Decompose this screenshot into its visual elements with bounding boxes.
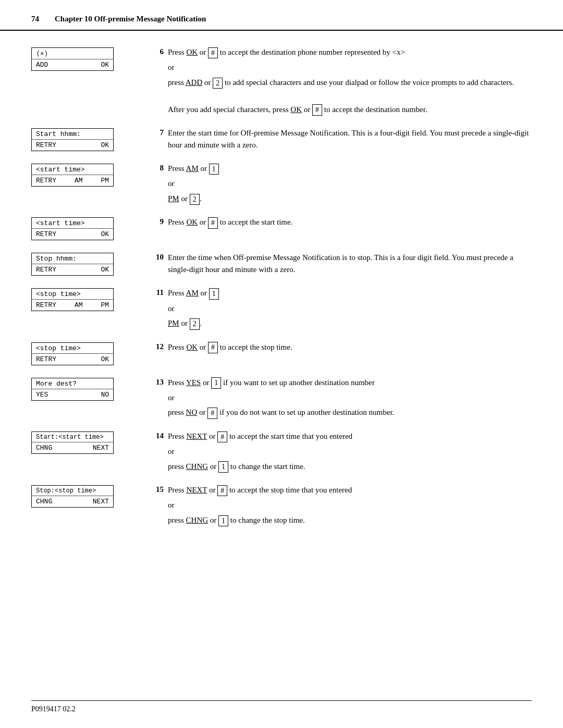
header-page-num: 74 [31, 15, 39, 23]
lcd-8-right: PM [101, 177, 109, 184]
step-14-number: 14 [146, 430, 168, 440]
step-12-row: <stop time> RETRY OK 12 Press OK or # to… [31, 341, 532, 365]
lcd-12-left: RETRY [36, 355, 56, 363]
step-6-number: 6 [146, 46, 168, 56]
step-7-number: 7 [146, 127, 168, 137]
lcd-7-right: OK [101, 141, 109, 149]
page: 74 Chapter 10 Off-premise Message Notifi… [0, 0, 563, 728]
step-6-lcd: ⟨×⟩ ADD OK [31, 46, 146, 71]
step-11-text: Press AM or 1 or PM or 2. [168, 287, 532, 329]
lcd-12-line1: <stop time> [36, 344, 81, 352]
step-12-lcd: <stop time> RETRY OK [31, 341, 146, 365]
step-13-text: Press YES or 1 if you want to set up ano… [168, 377, 532, 419]
lcd-13-left: YES [36, 391, 48, 399]
lcd-14-left: CHNG [36, 444, 52, 452]
lcd-10-right: OK [101, 266, 109, 274]
step-8-text: Press AM or 1 or PM or 2. [168, 163, 532, 205]
step-12-text: Press OK or # to accept the stop time. [168, 341, 532, 353]
lcd-7-line1: Start hhmm: [36, 130, 81, 138]
lcd-10-left: RETRY [36, 266, 56, 274]
step-6-text: Press OK or # to accept the destination … [168, 46, 532, 116]
step-15-row: Stop:<stop time> CHNG NEXT 15 Press NEXT… [31, 484, 532, 526]
lcd-9-left: RETRY [36, 230, 56, 238]
step-9-lcd: <start time> RETRY OK [31, 216, 146, 240]
step-14-row: Start:<start time> CHNG NEXT 14 Press NE… [31, 430, 532, 473]
lcd-7-left: RETRY [36, 141, 56, 149]
step-8-number: 8 [146, 163, 168, 172]
step-6-row: ⟨×⟩ ADD OK 6 Press OK or # to accept the… [31, 46, 532, 116]
lcd-11-line1: <stop time> [36, 290, 81, 298]
step-11-number: 11 [146, 287, 168, 297]
lcd-8-line1: <start time> [36, 166, 85, 174]
step-9-text: Press OK or # to accept the start time. [168, 216, 532, 228]
header-title: Chapter 10 Off-premise Message Notificat… [55, 15, 206, 23]
lcd-9-line1: <start time> [36, 219, 85, 227]
lcd-6-left: ADD [36, 61, 48, 69]
step-14-text: Press NEXT or # to accept the start time… [168, 430, 532, 473]
step-7-text: Enter the start time for Off-premise Mes… [168, 127, 532, 151]
step-8-lcd: <start time> RETRY AM PM [31, 163, 146, 187]
lcd-8-mid: AM [75, 177, 83, 184]
lcd-11-mid: AM [75, 301, 83, 309]
lcd-13-line1: More dest? [36, 380, 77, 388]
lcd-9-right: OK [101, 230, 109, 238]
lcd-11-left: RETRY [36, 301, 56, 309]
step-13-lcd: More dest? YES NO [31, 377, 146, 401]
step-10-row: Stop hhmm: RETRY OK 10 Enter the time wh… [31, 252, 532, 276]
lcd-6-right: OK [101, 61, 109, 69]
lcd-12-right: OK [101, 355, 109, 363]
lcd-6-line1: ⟨×⟩ [36, 50, 48, 58]
step-11-row: <stop time> RETRY AM PM 11 Press AM or 1… [31, 287, 532, 329]
step-15-text: Press NEXT or # to accept the stop time … [168, 484, 532, 526]
step-10-text: Enter the time when Off-premise Message … [168, 252, 532, 275]
step-10-number: 10 [146, 252, 168, 262]
step-9-row: <start time> RETRY OK 9 Press OK or # to… [31, 216, 532, 240]
lcd-8-left: RETRY [36, 177, 56, 184]
lcd-15-line1: Stop:<stop time> [36, 487, 96, 495]
lcd-15-right: NEXT [93, 498, 109, 505]
lcd-10-line1: Stop hhmm: [36, 255, 77, 263]
step-15-lcd: Stop:<stop time> CHNG NEXT [31, 484, 146, 508]
lcd-11-right: PM [101, 301, 109, 309]
lcd-14-line1: Start:<start time> [36, 434, 104, 441]
step-12-number: 12 [146, 341, 168, 351]
footer-doc-id: P0919417 02.2 [31, 705, 76, 713]
lcd-14-right: NEXT [93, 444, 109, 452]
step-9-number: 9 [146, 216, 168, 226]
step-14-lcd: Start:<start time> CHNG NEXT [31, 430, 146, 454]
step-11-lcd: <stop time> RETRY AM PM [31, 287, 146, 311]
step-7-row: Start hhmm: RETRY OK 7 Enter the start t… [31, 127, 532, 151]
step-7-lcd: Start hhmm: RETRY OK [31, 127, 146, 151]
step-15-number: 15 [146, 484, 168, 494]
header: 74 Chapter 10 Off-premise Message Notifi… [0, 0, 563, 31]
step-13-row: More dest? YES NO 13 Press YES or 1 if y… [31, 377, 532, 419]
footer: P0919417 02.2 [31, 700, 532, 713]
lcd-15-left: CHNG [36, 498, 52, 505]
step-13-number: 13 [146, 377, 168, 387]
step-8-row: <start time> RETRY AM PM 8 Press AM or 1… [31, 163, 532, 205]
step-10-lcd: Stop hhmm: RETRY OK [31, 252, 146, 276]
content: ⟨×⟩ ADD OK 6 Press OK or # to accept the… [0, 46, 563, 569]
lcd-13-right: NO [101, 391, 109, 399]
